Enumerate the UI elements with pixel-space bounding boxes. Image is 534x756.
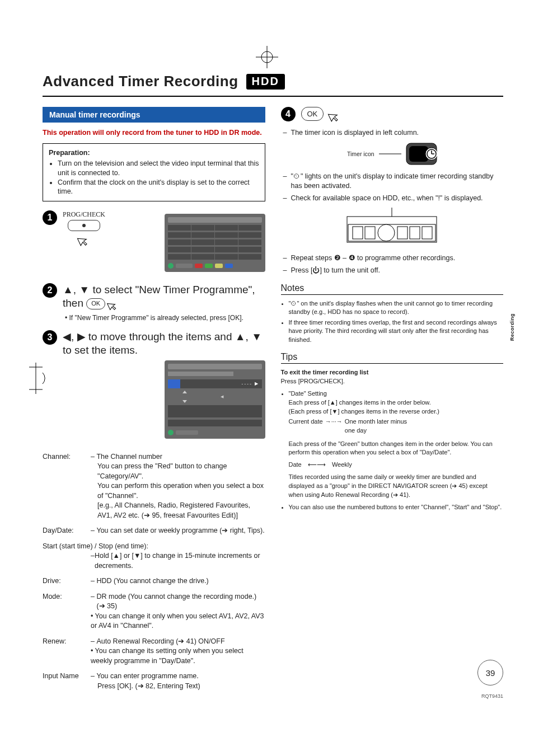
timer-icon-label: Timer icon xyxy=(347,151,374,157)
step-4-note: Press [⏻] to turn the unit off. xyxy=(291,266,504,276)
preparation-heading: Preparation: xyxy=(49,148,259,158)
tips-heading: Tips xyxy=(281,352,504,364)
def-text: Hold [▲] or [▼] to change in 15-minute i… xyxy=(95,551,265,571)
def-text: You can press the "Red" button to change… xyxy=(91,462,265,481)
tips-green-text: Each press of the "Green" button changes… xyxy=(289,440,504,458)
tips-date-line: Each press of [▲] changes items in the o… xyxy=(289,399,431,406)
step-2: 2 ▲, ▼ to select "New Timer Programme", … xyxy=(43,283,265,322)
side-tab-label: Recording xyxy=(509,313,515,341)
osd-item-editor-illustration: - - - - ▶ ◀ xyxy=(165,360,265,439)
hdd-badge: HDD xyxy=(246,74,285,90)
tips-titles-text: Titles recorded using the same daily or … xyxy=(289,473,504,500)
step-4-note: Repeat steps ❷ – ❹ to programme other re… xyxy=(291,253,504,264)
page-title: Advanced Timer Recording xyxy=(43,73,238,90)
def-row-daydate: Day/Date: You can set date or weekly pro… xyxy=(43,526,265,536)
preparation-item: Turn on the television and select the vi… xyxy=(58,159,259,178)
def-text: [e.g., All Channels, Radio, Registered F… xyxy=(91,501,265,520)
step-4-note: Check for available space on HDD, etc., … xyxy=(291,194,504,204)
hdd-space-illustration xyxy=(281,208,504,247)
def-label: Channel: xyxy=(43,452,91,521)
def-text: The Channel number xyxy=(96,452,162,462)
note-item: "⏲" on the unit's display flashes when t… xyxy=(289,299,504,317)
def-label: Day/Date: xyxy=(43,526,91,536)
def-label-full: Start (start time) / Stop (end time): xyxy=(43,542,265,552)
step-1: 1 PROG/CHECK xyxy=(43,210,265,275)
def-row-channel: Channel: The Channel number You can pres… xyxy=(43,452,265,521)
step-number-icon: 4 xyxy=(281,107,296,121)
step-2-note: • If "New Timer Programme" is already se… xyxy=(63,313,265,322)
ok-button-icon: OK xyxy=(301,107,324,121)
tips-exit-text: Press [PROG/CHECK]. xyxy=(281,377,504,386)
def-label: Input Name xyxy=(43,672,91,691)
field-definitions: Channel: The Channel number You can pres… xyxy=(43,452,265,692)
ok-button-icon: OK xyxy=(86,298,105,309)
step-number-icon: 1 xyxy=(43,210,57,225)
page-number: 39 xyxy=(477,660,503,685)
def-row-drive: Drive: HDD (You cannot change the drive.… xyxy=(43,576,265,586)
prog-check-button-icon xyxy=(68,220,100,231)
def-text: • You can change it only when you select… xyxy=(91,612,265,631)
remote-button-label: PROG/CHECK xyxy=(63,210,105,219)
tips-date-line: (Each press of [▼] changes items in the … xyxy=(289,408,440,415)
double-arrow-icon: ⟵⟶ xyxy=(308,461,326,468)
arrow-sequence-icon: →···→ xyxy=(325,417,343,426)
svg-rect-13 xyxy=(353,227,363,239)
preparation-item: Confirm that the clock on the unit's dis… xyxy=(58,178,259,197)
tips-numbered-text: You can also use the numbered buttons to… xyxy=(289,503,504,512)
svg-rect-15 xyxy=(397,227,407,239)
svg-rect-14 xyxy=(365,227,375,239)
osd-timer-list-illustration xyxy=(165,214,265,272)
cursor-arrow-icon xyxy=(326,108,343,124)
step-3-heading: ◀, ▶ to move through the items and ▲, ▼ … xyxy=(63,330,265,357)
step-4: 4 OK xyxy=(281,107,504,123)
intro-text: This operation will only record from the… xyxy=(43,128,265,138)
notes-heading: Notes xyxy=(281,283,504,295)
def-text: DR mode (You cannot change the recording… xyxy=(96,592,265,612)
svg-point-18 xyxy=(378,224,395,241)
step-4-note: "⏲" lights on the unit's display to indi… xyxy=(291,172,504,191)
tips-dw-left: Date xyxy=(289,461,302,468)
timer-icon xyxy=(406,143,437,165)
step-3: 3 ◀, ▶ to move through the items and ▲, … xyxy=(43,330,265,444)
def-text: • You can change its setting only when y… xyxy=(91,646,265,666)
def-text: You can perform this operation when you … xyxy=(91,481,265,501)
tips-exit-heading: To exit the timer recording list xyxy=(281,368,504,377)
leader-line-icon xyxy=(379,153,401,154)
def-text: Press [OK]. (➔ 82, Entering Text) xyxy=(91,682,265,692)
def-label: Renew: xyxy=(43,637,91,666)
step-number-icon: 2 xyxy=(43,283,57,298)
step-number-icon: 3 xyxy=(43,330,57,345)
step-ref-2-icon: ❷ xyxy=(334,254,341,262)
tips-dw-right: Weekly xyxy=(332,461,352,468)
def-row-renew: Renew: Auto Renewal Recording (➔ 41) ON/… xyxy=(43,637,265,666)
def-row-inputname: Input Name You can enter programme name.… xyxy=(43,672,265,691)
title-rule xyxy=(43,96,503,97)
svg-rect-16 xyxy=(410,227,420,239)
svg-rect-17 xyxy=(422,227,432,239)
step-4-note: The timer icon is displayed in left colu… xyxy=(291,128,504,138)
tips-body: To exit the timer recording list Press [… xyxy=(281,368,504,512)
tips-seq-right: One month later minus one day xyxy=(345,417,412,435)
def-label: Mode: xyxy=(43,592,91,631)
cursor-arrow-icon xyxy=(75,233,91,249)
def-text: You can set date or weekly programme (➔ … xyxy=(96,526,264,536)
def-row-mode: Mode: DR mode (You cannot change the rec… xyxy=(43,592,265,631)
tips-seq-left: Current date xyxy=(289,417,323,426)
step-ref-4-icon: ❹ xyxy=(349,254,355,262)
def-label: Drive: xyxy=(43,576,91,586)
note-item: If three timer recording times overlap, … xyxy=(289,318,504,344)
section-heading: Manual timer recordings xyxy=(43,107,265,123)
notes-list: "⏲" on the unit's display flashes when t… xyxy=(281,299,504,344)
timer-icon-illustration: Timer icon xyxy=(281,143,504,165)
def-text: HDD (You cannot change the drive.) xyxy=(96,576,208,586)
def-text: Auto Renewal Recording (➔ 41) ON/OFF xyxy=(96,637,224,647)
def-text: You can enter programme name. xyxy=(96,672,198,682)
preparation-box: Preparation: Turn on the television and … xyxy=(43,143,265,201)
document-code: RQT9431 xyxy=(481,693,503,699)
